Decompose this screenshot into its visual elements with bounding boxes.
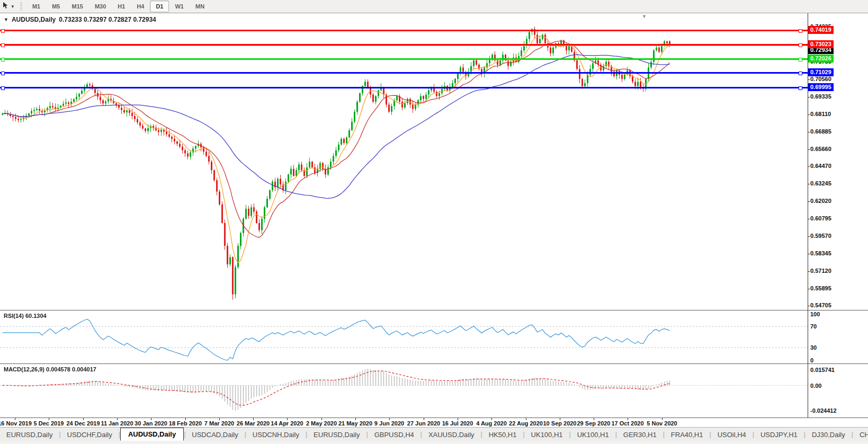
tab-ger30-h1[interactable]: GER30,H1 [617, 429, 663, 440]
price-tick-label: 0.62020 [810, 198, 831, 204]
horizontal-line-0.72026[interactable] [0, 58, 808, 60]
hline-drag-handle[interactable] [1, 29, 5, 33]
price-tick-label: 0.58345 [810, 250, 831, 256]
date-label: 17 Oct 2020 [611, 420, 643, 427]
date-label: 24 Dec 2019 [67, 420, 100, 427]
chart-symbol-label: AUDUSD,Daily [12, 16, 56, 23]
chart-title: ▼ AUDUSD,Daily 0.73233 0.73297 0.72827 0… [4, 16, 156, 23]
macd-tick-label: -0.024412 [810, 407, 837, 414]
date-label: 7 Mar 2020 [204, 420, 234, 427]
timeframe-button-h4[interactable]: H4 [131, 1, 150, 12]
rsi-indicator-panel: RSI(14) 60.1304 [0, 310, 868, 364]
tab-eurusd-daily[interactable]: EURUSD,Daily [0, 429, 59, 440]
timeframe-button-m15[interactable]: M15 [66, 1, 88, 12]
timeframe-button-m1[interactable]: M1 [26, 1, 46, 12]
price-tick-label: 0.54705 [810, 302, 831, 308]
date-label: 11 Jan 2020 [101, 420, 133, 427]
price-tick-label: 0.70560 [810, 76, 831, 82]
horizontal-line-0.74019[interactable] [0, 30, 808, 31]
tab-uk100-h1[interactable]: UK100,H1 [525, 429, 569, 440]
rsi-tick-label: 70 [810, 323, 817, 330]
date-label: 16 Nov 2019 [0, 420, 32, 427]
tab-eurusd-daily[interactable]: EURUSD,Daily [307, 429, 366, 440]
tab-gbpusd-h4[interactable]: GBPUSD,H4 [368, 429, 420, 440]
cursor-icon [2, 2, 9, 11]
price-badge-0.74019: 0.74019 [808, 26, 834, 34]
tab-dj30-daily[interactable]: DJ30,Daily [806, 429, 852, 440]
chart-shift-marker-icon[interactable]: ▼ [642, 14, 647, 19]
cursor-tool-button[interactable]: ▼ [0, 0, 17, 13]
tab-audusd-daily[interactable]: AUDUSD,Daily [120, 428, 184, 441]
price-tick-label: 0.57120 [810, 268, 831, 274]
price-tick-label: 0.66885 [810, 128, 831, 135]
title-dropdown-icon[interactable]: ▼ [4, 17, 8, 22]
hline-drag-handle[interactable] [799, 43, 802, 47]
macd-label: MACD(12,26,9) 0.004578 0.004017 [4, 366, 96, 372]
horizontal-line-0.71029[interactable] [0, 72, 808, 74]
rsi-chart-canvas[interactable] [0, 310, 808, 363]
timeframe-button-w1[interactable]: W1 [169, 1, 190, 12]
rsi-tick-label: 0 [810, 357, 813, 363]
date-label: 9 Jun 2020 [374, 420, 404, 427]
hline-drag-handle[interactable] [799, 86, 802, 90]
date-label: 21 May 2020 [338, 420, 372, 427]
price-tick-label: 0.59570 [810, 233, 831, 239]
price-badge-0.73023: 0.73023 [808, 40, 834, 48]
price-tick-label: 0.63245 [810, 180, 831, 187]
tab-china300-h1[interactable]: CHINA300,H1 [853, 429, 868, 440]
macd-chart-canvas[interactable] [0, 364, 808, 417]
price-badge-0.69995: 0.69995 [808, 83, 834, 91]
hline-drag-handle[interactable] [799, 58, 802, 61]
timeframe-button-m30[interactable]: M30 [89, 1, 112, 12]
date-label: 14 Apr 2020 [271, 420, 303, 427]
timeframe-button-d1[interactable]: D1 [150, 1, 169, 12]
price-tick-label: 0.68110 [810, 111, 831, 117]
price-tick-label: 0.69335 [810, 93, 831, 100]
tab-fra40-h1[interactable]: FRA40,H1 [665, 429, 710, 440]
price-tick-label: 0.65660 [810, 146, 831, 152]
tab-uk100-h1[interactable]: UK100,H1 [571, 429, 615, 440]
tab-xauusd-daily[interactable]: XAUUSD,Daily [422, 429, 481, 440]
rsi-tick-label: 100 [810, 311, 820, 317]
rsi-label: RSI(14) 60.1304 [4, 313, 47, 319]
tab-usdjpy-h1[interactable]: USDJPY,H1 [754, 429, 804, 440]
candlestick-chart-canvas[interactable] [0, 13, 808, 310]
rsi-tick-label: 30 [810, 344, 817, 351]
date-label: 5 Dec 2019 [34, 420, 64, 427]
timeframe-button-mn[interactable]: MN [190, 1, 210, 12]
price-tick-label: 0.55895 [810, 285, 831, 291]
timeframe-button-h1[interactable]: H1 [112, 1, 131, 12]
toolbar-grip-handle[interactable] [20, 2, 22, 11]
date-label: 29 Sep 2020 [577, 420, 611, 427]
chevron-down-icon: ▼ [11, 4, 15, 9]
date-label: 16 Jul 2020 [442, 420, 473, 427]
hline-drag-handle[interactable] [799, 29, 802, 33]
hline-drag-handle[interactable] [1, 58, 5, 61]
price-tick-label: 0.64470 [810, 163, 831, 169]
tab-usdcad-daily[interactable]: USDCAD,Daily [185, 429, 244, 440]
tab-hk50-h1[interactable]: HK50,H1 [482, 429, 523, 440]
horizontal-line-0.69995[interactable] [0, 87, 808, 88]
timeframe-button-m5[interactable]: M5 [46, 1, 66, 12]
hline-drag-handle[interactable] [1, 72, 5, 75]
price-badge-0.72026: 0.72026 [808, 55, 834, 63]
tab-usdcnh-daily[interactable]: USDCNH,Daily [246, 429, 306, 440]
price-badge-0.71029: 0.71029 [808, 68, 834, 76]
date-label: 2 May 2020 [306, 420, 337, 427]
hline-drag-handle[interactable] [1, 86, 5, 90]
horizontal-line-0.73023[interactable] [0, 44, 808, 46]
date-label: 22 Aug 2020 [509, 420, 543, 427]
date-axis[interactable]: 16 Nov 20195 Dec 201924 Dec 201911 Jan 2… [0, 418, 868, 428]
tab-usoil-h4[interactable]: USOil,H4 [711, 429, 753, 440]
date-label: 18 Feb 2020 [169, 420, 202, 427]
hline-drag-handle[interactable] [1, 43, 5, 47]
date-label: 26 Mar 2020 [237, 420, 270, 427]
date-label: 10 Sep 2020 [543, 420, 577, 427]
top-toolbar: ▼ M1M5M15M30H1H4D1W1MN [0, 0, 868, 13]
date-label: 5 Nov 2020 [647, 420, 677, 427]
tab-usdchf-daily[interactable]: USDCHF,Daily [61, 429, 119, 440]
price-tick-label: 0.60795 [810, 215, 831, 221]
chart-tab-bar: EURUSD,Daily|USDCHF,Daily|AUDUSD,Daily|U… [0, 427, 868, 441]
date-label: 30 Jan 2020 [135, 420, 167, 427]
hline-drag-handle[interactable] [799, 72, 802, 75]
